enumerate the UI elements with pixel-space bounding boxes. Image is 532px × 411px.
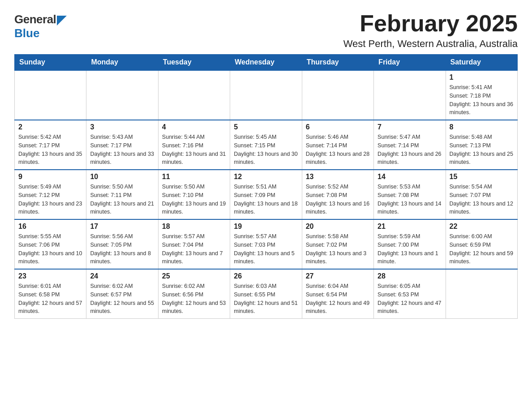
table-row: 25Sunrise: 6:02 AMSunset: 6:56 PMDayligh… [158, 269, 230, 319]
day-number: 20 [306, 223, 370, 231]
table-row: 14Sunrise: 5:53 AMSunset: 7:08 PMDayligh… [374, 170, 446, 219]
page-header: General Blue February 2025 West Perth, W… [14, 11, 518, 50]
calendar-week-row: 1Sunrise: 5:41 AMSunset: 7:18 PMDaylight… [15, 70, 518, 120]
day-info: Sunrise: 5:43 AMSunset: 7:17 PMDaylight:… [90, 133, 154, 167]
day-number: 1 [450, 73, 514, 81]
day-number: 17 [90, 223, 154, 231]
calendar-table: Sunday Monday Tuesday Wednesday Thursday… [14, 54, 518, 319]
table-row [302, 70, 373, 120]
table-row: 6Sunrise: 5:46 AMSunset: 7:14 PMDaylight… [302, 120, 373, 170]
table-row: 18Sunrise: 5:57 AMSunset: 7:04 PMDayligh… [158, 219, 230, 269]
day-info: Sunrise: 6:01 AMSunset: 6:58 PMDaylight:… [18, 282, 82, 316]
day-number: 5 [234, 123, 298, 131]
table-row: 26Sunrise: 6:03 AMSunset: 6:55 PMDayligh… [230, 269, 302, 319]
day-number: 28 [378, 272, 442, 280]
day-number: 13 [306, 173, 370, 181]
table-row: 11Sunrise: 5:50 AMSunset: 7:10 PMDayligh… [158, 170, 230, 219]
table-row: 1Sunrise: 5:41 AMSunset: 7:18 PMDaylight… [446, 70, 517, 120]
col-thursday: Thursday [302, 55, 373, 71]
day-number: 22 [450, 223, 514, 231]
table-row: 10Sunrise: 5:50 AMSunset: 7:11 PMDayligh… [86, 170, 158, 219]
table-row: 8Sunrise: 5:48 AMSunset: 7:13 PMDaylight… [446, 120, 517, 170]
day-info: Sunrise: 5:59 AMSunset: 7:00 PMDaylight:… [378, 232, 442, 266]
day-number: 18 [162, 223, 226, 231]
table-row: 12Sunrise: 5:51 AMSunset: 7:09 PMDayligh… [230, 170, 302, 219]
day-info: Sunrise: 6:02 AMSunset: 6:57 PMDaylight:… [90, 282, 154, 316]
day-info: Sunrise: 5:57 AMSunset: 7:04 PMDaylight:… [162, 232, 226, 266]
table-row: 4Sunrise: 5:44 AMSunset: 7:16 PMDaylight… [158, 120, 230, 170]
day-info: Sunrise: 5:54 AMSunset: 7:07 PMDaylight:… [450, 183, 514, 216]
table-row: 23Sunrise: 6:01 AMSunset: 6:58 PMDayligh… [15, 269, 86, 319]
calendar-week-row: 16Sunrise: 5:55 AMSunset: 7:06 PMDayligh… [15, 219, 518, 269]
table-row: 28Sunrise: 6:05 AMSunset: 6:53 PMDayligh… [374, 269, 446, 319]
page-title: February 2025 [343, 11, 518, 36]
calendar-week-row: 23Sunrise: 6:01 AMSunset: 6:58 PMDayligh… [15, 269, 518, 319]
page-subtitle: West Perth, Western Australia, Australia [343, 38, 518, 50]
day-info: Sunrise: 5:50 AMSunset: 7:10 PMDaylight:… [162, 183, 226, 216]
day-number: 6 [306, 123, 370, 131]
day-number: 3 [90, 123, 154, 131]
day-info: Sunrise: 5:53 AMSunset: 7:08 PMDaylight:… [378, 183, 442, 216]
day-info: Sunrise: 6:05 AMSunset: 6:53 PMDaylight:… [378, 282, 442, 316]
day-number: 21 [378, 223, 442, 231]
day-info: Sunrise: 5:57 AMSunset: 7:03 PMDaylight:… [234, 232, 298, 266]
day-info: Sunrise: 5:47 AMSunset: 7:14 PMDaylight:… [378, 133, 442, 167]
day-number: 7 [378, 123, 442, 131]
day-number: 23 [18, 272, 82, 280]
calendar-week-row: 9Sunrise: 5:49 AMSunset: 7:12 PMDaylight… [15, 170, 518, 219]
title-block: February 2025 West Perth, Western Austra… [343, 11, 518, 50]
calendar-header-row: Sunday Monday Tuesday Wednesday Thursday… [15, 55, 518, 71]
col-friday: Friday [374, 55, 446, 71]
day-number: 9 [18, 173, 82, 181]
table-row [446, 269, 517, 319]
table-row: 3Sunrise: 5:43 AMSunset: 7:17 PMDaylight… [86, 120, 158, 170]
day-number: 10 [90, 173, 154, 181]
calendar-header: Sunday Monday Tuesday Wednesday Thursday… [15, 55, 518, 71]
table-row [86, 70, 158, 120]
col-wednesday: Wednesday [230, 55, 302, 71]
day-number: 4 [162, 123, 226, 131]
day-info: Sunrise: 5:55 AMSunset: 7:06 PMDaylight:… [18, 232, 82, 266]
day-info: Sunrise: 6:03 AMSunset: 6:55 PMDaylight:… [234, 282, 298, 316]
calendar-week-row: 2Sunrise: 5:42 AMSunset: 7:17 PMDaylight… [15, 120, 518, 170]
logo-general-text: General [14, 13, 56, 26]
col-tuesday: Tuesday [158, 55, 230, 71]
logo-triangle-icon [57, 16, 67, 26]
table-row: 22Sunrise: 6:00 AMSunset: 6:59 PMDayligh… [446, 219, 517, 269]
table-row: 20Sunrise: 5:58 AMSunset: 7:02 PMDayligh… [302, 219, 373, 269]
day-number: 2 [18, 123, 82, 131]
day-info: Sunrise: 5:51 AMSunset: 7:09 PMDaylight:… [234, 183, 298, 216]
col-saturday: Saturday [446, 55, 517, 71]
table-row: 2Sunrise: 5:42 AMSunset: 7:17 PMDaylight… [15, 120, 86, 170]
day-number: 14 [378, 173, 442, 181]
table-row: 7Sunrise: 5:47 AMSunset: 7:14 PMDaylight… [374, 120, 446, 170]
day-info: Sunrise: 5:49 AMSunset: 7:12 PMDaylight:… [18, 183, 82, 216]
table-row [230, 70, 302, 120]
day-number: 11 [162, 173, 226, 181]
table-row [158, 70, 230, 120]
day-number: 27 [306, 272, 370, 280]
col-monday: Monday [86, 55, 158, 71]
day-info: Sunrise: 6:02 AMSunset: 6:56 PMDaylight:… [162, 282, 226, 316]
day-info: Sunrise: 5:44 AMSunset: 7:16 PMDaylight:… [162, 133, 226, 167]
day-number: 8 [450, 123, 514, 131]
calendar-body: 1Sunrise: 5:41 AMSunset: 7:18 PMDaylight… [15, 70, 518, 319]
day-info: Sunrise: 5:52 AMSunset: 7:08 PMDaylight:… [306, 183, 370, 216]
day-info: Sunrise: 5:58 AMSunset: 7:02 PMDaylight:… [306, 232, 370, 266]
day-number: 24 [90, 272, 154, 280]
table-row: 19Sunrise: 5:57 AMSunset: 7:03 PMDayligh… [230, 219, 302, 269]
col-sunday: Sunday [15, 55, 86, 71]
day-number: 19 [234, 223, 298, 231]
day-info: Sunrise: 5:45 AMSunset: 7:15 PMDaylight:… [234, 133, 298, 167]
day-info: Sunrise: 5:56 AMSunset: 7:05 PMDaylight:… [90, 232, 154, 266]
table-row [15, 70, 86, 120]
day-info: Sunrise: 5:46 AMSunset: 7:14 PMDaylight:… [306, 133, 370, 167]
day-number: 25 [162, 272, 226, 280]
table-row: 13Sunrise: 5:52 AMSunset: 7:08 PMDayligh… [302, 170, 373, 219]
table-row: 21Sunrise: 5:59 AMSunset: 7:00 PMDayligh… [374, 219, 446, 269]
logo: General Blue [14, 13, 67, 40]
day-number: 15 [450, 173, 514, 181]
day-info: Sunrise: 6:04 AMSunset: 6:54 PMDaylight:… [306, 282, 370, 316]
table-row: 5Sunrise: 5:45 AMSunset: 7:15 PMDaylight… [230, 120, 302, 170]
day-number: 16 [18, 223, 82, 231]
